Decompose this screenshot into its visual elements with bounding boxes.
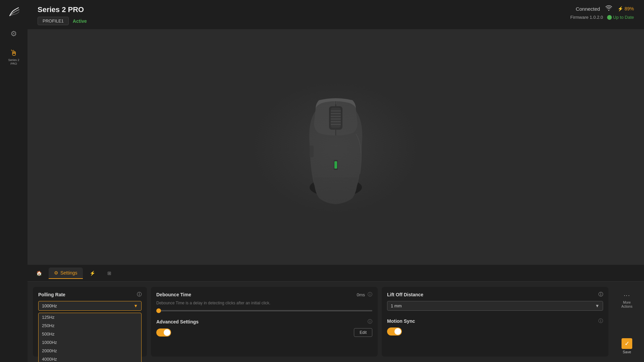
more-actions-label: More Actions: [619, 301, 635, 309]
debounce-panel: Debounce Time 0ms ⓘ Debounce Time is a d…: [151, 287, 378, 357]
svg-rect-12: [334, 161, 337, 169]
polling-option-1000[interactable]: 1000Hz: [39, 338, 141, 347]
uptodate-badge: ✓ Up to Date: [607, 15, 634, 20]
tab-grid[interactable]: ⊞: [102, 268, 117, 279]
panels-row: Polling Rate ⓘ 1000Hz ▼ 125Hz 250Hz 500H…: [28, 282, 644, 362]
polling-info-icon[interactable]: ⓘ: [137, 292, 142, 298]
device-label: Series 2PRO: [8, 58, 19, 66]
lift-off-arrow-icon: ▼: [595, 303, 599, 308]
mouse-icon: 🖱: [10, 48, 18, 58]
polling-option-4000[interactable]: 4000Hz: [39, 355, 141, 362]
home-icon: 🏠: [36, 270, 42, 276]
header: Series 2 PRO PROFILE1 Active Connected: [28, 0, 644, 29]
uptodate-label: Up to Date: [613, 15, 634, 20]
sidebar-item-settings[interactable]: ⚙: [4, 25, 24, 42]
motion-sync-knob: [394, 328, 401, 335]
header-right: Connected ⚡ 89% Firmware 1.0.2.0: [570, 5, 634, 20]
active-badge: Active: [73, 18, 87, 24]
sidebar-item-device[interactable]: 🖱 Series 2PRO: [4, 48, 24, 66]
firmware-label: Firmware 1.0.2.0: [570, 15, 603, 20]
save-button[interactable]: ✓ Save: [622, 338, 632, 354]
grid-icon: ⊞: [107, 270, 111, 276]
connected-row: Connected ⚡ 89%: [576, 5, 634, 12]
polling-dropdown-list: 125Hz 250Hz 500Hz 1000Hz 2000Hz 4000Hz 8…: [38, 313, 142, 362]
battery-percentage: 89%: [625, 6, 634, 11]
advanced-settings-row: Edit: [156, 328, 372, 337]
tab-lightning[interactable]: ⚡: [84, 268, 101, 279]
polling-option-250[interactable]: 250Hz: [39, 321, 141, 330]
toggle-knob: [164, 329, 170, 336]
gear-icon: ⚙: [10, 29, 17, 38]
firmware-row: Firmware 1.0.2.0 ✓ Up to Date: [570, 15, 634, 20]
advanced-settings-section: Advanced Settings ⓘ Edit: [156, 319, 372, 337]
mouse-preview: [28, 29, 644, 265]
tab-settings[interactable]: ⚙ Settings: [49, 267, 83, 279]
battery-icon: ⚡ 89%: [618, 6, 634, 11]
debounce-value: 0ms: [357, 292, 365, 297]
page-title: Series 2 PRO: [38, 5, 634, 14]
motion-sync-section: Motion Sync ⓘ: [387, 318, 603, 336]
debounce-header: Debounce Time 0ms ⓘ: [156, 292, 372, 298]
motion-sync-toggle[interactable]: [387, 327, 402, 336]
polling-option-500[interactable]: 500Hz: [39, 330, 141, 338]
motion-sync-row: [387, 327, 603, 336]
debounce-info-icon[interactable]: ⓘ: [368, 292, 372, 298]
polling-option-2000[interactable]: 2000Hz: [39, 347, 141, 355]
svg-rect-10: [310, 145, 314, 157]
tab-bar: 🏠 ⚙ Settings ⚡ ⊞: [28, 265, 644, 282]
advanced-settings-toggle[interactable]: [156, 328, 171, 337]
app-logo: [5, 3, 22, 20]
main-content: Series 2 PRO PROFILE1 Active Connected: [28, 0, 644, 362]
svg-rect-3: [331, 108, 341, 128]
sidebar: ⚙ 🖱 Series 2PRO: [0, 0, 28, 362]
lift-off-info-icon[interactable]: ⓘ: [598, 292, 603, 298]
motion-sync-title: Motion Sync: [387, 318, 415, 324]
debounce-slider-thumb[interactable]: [156, 308, 161, 313]
more-actions-panel: ⋮ More Actions ✓ Save: [615, 287, 639, 357]
settings-tab-icon: ⚙: [54, 270, 58, 276]
profile-row: PROFILE1 Active: [38, 17, 634, 25]
lift-off-value: 1 mm: [391, 303, 402, 308]
save-icon: ✓: [622, 338, 632, 349]
lightning-icon: ⚡: [90, 270, 95, 276]
debounce-slider[interactable]: [156, 310, 372, 311]
settings-tab-label: Settings: [60, 270, 77, 276]
bottom-panel: 🏠 ⚙ Settings ⚡ ⊞ Polling Rate ⓘ: [28, 265, 644, 362]
polling-rate-panel: Polling Rate ⓘ 1000Hz ▼ 125Hz 250Hz 500H…: [33, 287, 147, 357]
polling-option-125[interactable]: 125Hz: [39, 313, 141, 321]
lift-off-panel: Lift Off Distance ⓘ 1 mm ▼ Motion Sync ⓘ: [382, 287, 608, 357]
lift-off-title: Lift Off Distance ⓘ: [387, 292, 603, 298]
more-actions-icon: ⋮: [623, 293, 631, 299]
debounce-title: Debounce Time: [156, 292, 191, 297]
polling-rate-title: Polling Rate ⓘ: [38, 292, 142, 298]
advanced-info-icon[interactable]: ⓘ: [368, 319, 372, 325]
connected-label: Connected: [576, 6, 600, 12]
mouse-illustration: [282, 83, 389, 211]
debounce-description: Debounce Time is a delay in detecting cl…: [156, 300, 372, 306]
profile-tag[interactable]: PROFILE1: [38, 17, 69, 25]
polling-selected: 1000Hz: [42, 303, 57, 308]
save-label: Save: [623, 350, 631, 354]
advanced-settings-title: Advanced Settings: [156, 319, 199, 324]
wifi-icon: [605, 5, 612, 12]
edit-button[interactable]: Edit: [354, 328, 372, 337]
motion-sync-info-icon[interactable]: ⓘ: [598, 318, 603, 324]
tab-home[interactable]: 🏠: [31, 268, 47, 279]
lift-off-select[interactable]: 1 mm ▼: [387, 301, 603, 311]
checkmark-icon: ✓: [607, 15, 612, 20]
dropdown-arrow-icon: ▼: [133, 303, 138, 308]
more-actions-button[interactable]: ⋮ More Actions: [616, 290, 637, 311]
polling-dropdown[interactable]: 1000Hz ▼: [38, 301, 142, 311]
